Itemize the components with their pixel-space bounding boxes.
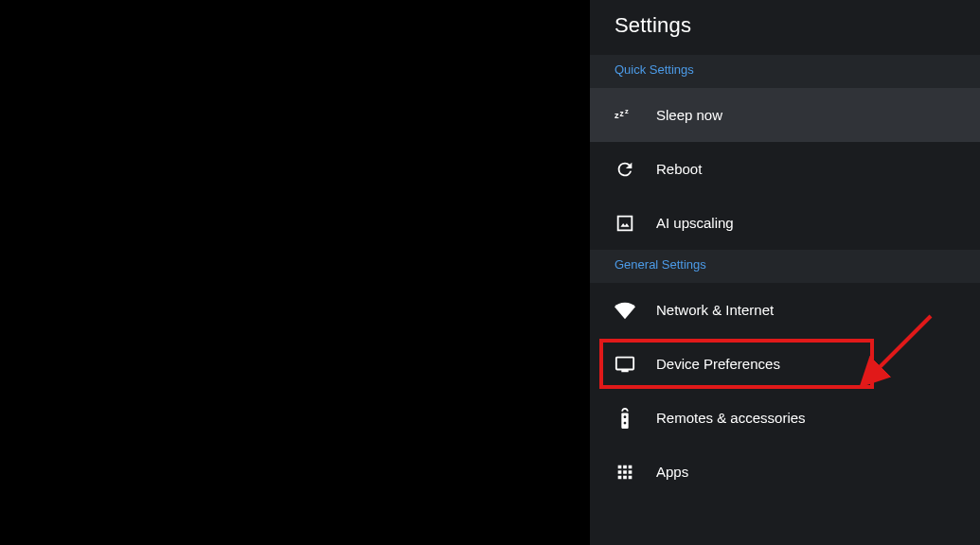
left-dark-pane — [0, 0, 590, 545]
menu-item-ai-upscaling[interactable]: AI upscaling — [590, 196, 980, 250]
menu-item-label: Network & Internet — [656, 302, 774, 318]
menu-item-reboot[interactable]: Reboot — [590, 142, 980, 196]
settings-panel: Settings Quick Settings z z z Sleep now … — [590, 0, 980, 545]
menu-item-label: AI upscaling — [656, 215, 734, 231]
apps-icon — [615, 462, 635, 483]
sleep-icon: z z z — [615, 105, 635, 126]
section-header-quick: Quick Settings — [590, 55, 980, 88]
screen: Settings Quick Settings z z z Sleep now … — [0, 0, 980, 545]
menu-item-apps[interactable]: Apps — [590, 445, 980, 499]
tv-icon — [615, 354, 635, 375]
menu-item-label: Reboot — [656, 161, 702, 177]
svg-text:z: z — [625, 107, 629, 115]
menu-item-label: Remotes & accessories — [656, 410, 806, 426]
wifi-icon — [615, 300, 635, 321]
menu-item-sleep-now[interactable]: z z z Sleep now — [590, 88, 980, 142]
reboot-icon — [615, 159, 635, 180]
svg-text:z: z — [620, 109, 624, 117]
panel-title: Settings — [590, 0, 980, 55]
menu-item-label: Apps — [656, 464, 688, 480]
menu-item-label: Device Preferences — [656, 356, 780, 372]
menu-item-device-preferences[interactable]: Device Preferences — [590, 337, 980, 391]
svg-text:z: z — [615, 110, 619, 119]
menu-item-label: Sleep now — [656, 107, 722, 123]
ai-upscaling-icon — [615, 213, 635, 234]
section-header-general: General Settings — [590, 250, 980, 283]
menu-item-remotes[interactable]: Remotes & accessories — [590, 391, 980, 445]
remote-icon — [615, 408, 635, 429]
menu-item-network[interactable]: Network & Internet — [590, 283, 980, 337]
